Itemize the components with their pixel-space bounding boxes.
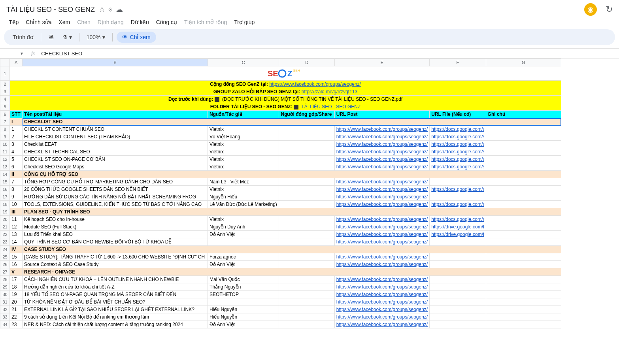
banner-community[interactable]: Cộng đồng SEO GenZ tại: https://www.face… — [10, 81, 561, 88]
cell-contrib[interactable] — [279, 223, 334, 231]
move-icon[interactable]: ⟐ — [108, 5, 113, 14]
cell-author[interactable]: Nguyễn Hiếu — [208, 193, 279, 201]
cell-title[interactable]: EXTERNAL LINK LÀ GÌ? TẠI SAO NHIỀU SEOER… — [23, 306, 208, 313]
cell-urlfile[interactable] — [430, 298, 486, 306]
url-post-link[interactable]: https://www.facebook.com/groups/seogenz/ — [336, 299, 428, 305]
col-header-F[interactable]: F — [430, 59, 486, 66]
spreadsheet-grid[interactable]: A B C D E F G 1SEZGEN2Cộng đồng SEO GenZ… — [0, 58, 619, 364]
row-header[interactable]: 13 — [0, 163, 10, 171]
cell-stt[interactable]: 10 — [10, 201, 23, 208]
row-header[interactable]: 21 — [0, 223, 10, 231]
row-header[interactable]: 16 — [0, 186, 10, 193]
row-header[interactable]: 11 — [0, 148, 10, 156]
cell-contrib[interactable] — [279, 238, 334, 246]
section-title[interactable]: CHECKLIST SEO — [23, 118, 561, 126]
url-file-link[interactable]: https://docs.google.com/sp — [431, 134, 484, 140]
cell-title[interactable]: Source Context & SEO Case Study — [23, 261, 208, 268]
cell-urlfile[interactable]: https://docs.google.com/sp — [430, 148, 486, 156]
cell-title[interactable]: CHECKLIST SEO ON-PAGE CƠ BẢN — [23, 156, 208, 163]
cell-title[interactable]: TOOLS, EXTENSIONS, GUIDELINE, KIẾN THỨC … — [23, 201, 208, 208]
cell-author[interactable]: Vietnix — [208, 216, 279, 223]
cell-title[interactable]: 9 cách sử dụng Liên Kết Nội Bộ để rankin… — [23, 313, 208, 321]
row-header[interactable]: 8 — [0, 126, 10, 133]
cell-contrib[interactable] — [279, 178, 334, 186]
cell-author[interactable]: Vietnix — [208, 126, 279, 133]
cell-contrib[interactable] — [279, 253, 334, 261]
cell-urlfile[interactable]: https://drive.google.com/fil — [430, 231, 486, 238]
cell-author[interactable]: Thắng Nguyễn — [208, 283, 279, 291]
cell-urlfile[interactable] — [430, 193, 486, 201]
col-header-B[interactable]: B — [23, 59, 208, 66]
cell-author[interactable]: Lê Văn Đức (Đức Lê Marketing) — [208, 201, 279, 208]
cell-urlfile[interactable] — [430, 321, 486, 328]
cell-contrib[interactable] — [279, 141, 334, 148]
cell-note[interactable] — [486, 141, 561, 148]
row-header[interactable]: 31 — [0, 298, 10, 306]
row-header[interactable]: 6 — [0, 111, 10, 118]
cell-stt[interactable]: 1 — [10, 126, 23, 133]
cell-note[interactable] — [486, 223, 561, 231]
url-post-link[interactable]: https://www.facebook.com/groups/seogenz/ — [336, 157, 428, 162]
cell-title[interactable]: Checklist SEO Google Maps — [23, 163, 208, 171]
cell-stt[interactable]: 2 — [10, 133, 23, 141]
cell-author[interactable]: Vietnix — [208, 156, 279, 163]
section-num[interactable]: III — [10, 208, 23, 216]
cell-urlfile[interactable] — [430, 306, 486, 313]
row-header[interactable]: 3 — [0, 88, 10, 96]
menu-file[interactable]: Tệp — [6, 17, 22, 27]
row-header[interactable]: 26 — [0, 261, 10, 268]
url-file-link[interactable]: https://docs.google.com/sp — [431, 187, 484, 192]
row-header[interactable]: 10 — [0, 141, 10, 148]
row-header[interactable]: 29 — [0, 283, 10, 291]
cell-stt[interactable]: 14 — [10, 238, 23, 246]
cell-contrib[interactable] — [279, 156, 334, 163]
cell-author[interactable] — [208, 298, 279, 306]
cell-contrib[interactable] — [279, 148, 334, 156]
cell-urlpost[interactable]: https://www.facebook.com/groups/seogenz/ — [334, 291, 430, 298]
cell-contrib[interactable] — [279, 133, 334, 141]
cell-urlpost[interactable]: https://www.facebook.com/groups/seogenz/ — [334, 193, 430, 201]
cell-stt[interactable]: 12 — [10, 223, 23, 231]
url-post-link[interactable]: https://www.facebook.com/groups/seogenz/ — [336, 254, 428, 260]
row-header[interactable]: 7 — [0, 118, 10, 126]
row-header[interactable]: 4 — [0, 96, 10, 103]
url-post-link[interactable]: https://www.facebook.com/groups/seogenz/ — [336, 141, 428, 147]
row-header[interactable]: 12 — [0, 156, 10, 163]
url-file-link[interactable]: https://docs.google.com/sp — [431, 126, 484, 132]
cell-urlfile[interactable] — [430, 238, 486, 246]
cell-note[interactable] — [486, 306, 561, 313]
cell-title[interactable]: Checklist EEAT — [23, 141, 208, 148]
cell-author[interactable]: Nam Lê - Việt Moz — [208, 178, 279, 186]
cell-urlpost[interactable]: https://www.facebook.com/groups/seogenz/ — [334, 126, 430, 133]
community-link[interactable]: https://www.facebook.com/groups/seogenz/ — [269, 81, 360, 87]
name-box-dropdown[interactable]: ▼ — [20, 49, 27, 58]
folder-link[interactable]: TÀI LIỆU SEO - SEO GENZ — [301, 104, 360, 109]
row-header[interactable]: 27 — [0, 268, 10, 276]
url-post-link[interactable]: https://www.facebook.com/groups/seogenz/ — [336, 149, 428, 155]
menu-data[interactable]: Dữ liệu — [128, 17, 152, 27]
cell-note[interactable] — [486, 238, 561, 246]
section-num[interactable]: IV — [10, 246, 23, 253]
cell-stt[interactable]: 22 — [10, 313, 23, 321]
cell-urlpost[interactable]: https://www.facebook.com/groups/seogenz/ — [334, 223, 430, 231]
cell-title[interactable]: Lưu đồ Triển khai SEO — [23, 231, 208, 238]
row-header[interactable]: 17 — [0, 193, 10, 201]
header-stt[interactable]: STT — [10, 111, 23, 118]
col-header-G[interactable]: G — [486, 59, 561, 66]
cell-stt[interactable]: 20 — [10, 298, 23, 306]
cell-author[interactable]: Đỗ Anh Việt — [208, 231, 279, 238]
menu-tools[interactable]: Công cụ — [153, 17, 180, 27]
cell-stt[interactable]: 5 — [10, 156, 23, 163]
cell-note[interactable] — [486, 193, 561, 201]
cell-contrib[interactable] — [279, 291, 334, 298]
filter-icon[interactable]: ⚗ ▾ — [59, 32, 75, 42]
cell-urlpost[interactable]: https://www.facebook.com/groups/seogenz/ — [334, 216, 430, 223]
header-urlpost[interactable]: URL Post — [334, 111, 430, 118]
cell-stt[interactable]: 6 — [10, 163, 23, 171]
cell-urlfile[interactable] — [430, 261, 486, 268]
cell-title[interactable]: HƯỚNG DẪN SỬ DỤNG CÁC TÍNH NĂNG NỔI BẬT … — [23, 193, 208, 201]
select-all-corner[interactable] — [0, 59, 10, 66]
cell-urlpost[interactable]: https://www.facebook.com/groups/seogenz/ — [334, 133, 430, 141]
cell-note[interactable] — [486, 126, 561, 133]
url-file-link[interactable]: https://docs.google.com/sp — [431, 217, 484, 222]
